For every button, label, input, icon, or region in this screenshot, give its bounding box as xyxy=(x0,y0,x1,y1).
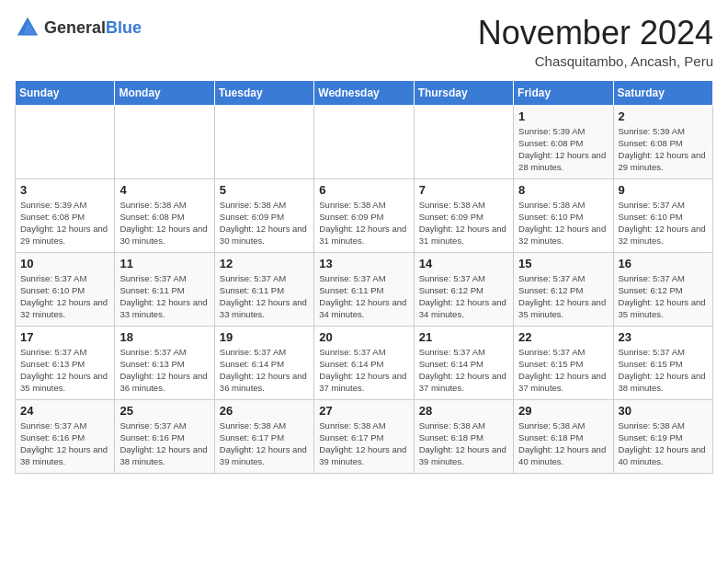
day-cell xyxy=(16,105,115,178)
header-tuesday: Tuesday xyxy=(214,80,313,105)
day-info: Sunrise: 5:37 AM Sunset: 6:10 PM Dayligh… xyxy=(20,272,109,321)
day-number: 15 xyxy=(518,257,608,270)
header-sunday: Sunday xyxy=(16,80,115,105)
day-cell: 26Sunrise: 5:38 AM Sunset: 6:17 PM Dayli… xyxy=(214,399,313,473)
day-cell: 25Sunrise: 5:37 AM Sunset: 6:16 PM Dayli… xyxy=(115,399,214,473)
header-friday: Friday xyxy=(514,80,613,105)
day-number: 10 xyxy=(20,257,109,270)
day-cell xyxy=(115,105,214,178)
week-row-5: 24Sunrise: 5:37 AM Sunset: 6:16 PM Dayli… xyxy=(16,399,713,473)
day-info: Sunrise: 5:37 AM Sunset: 6:15 PM Dayligh… xyxy=(619,346,708,395)
day-cell: 4Sunrise: 5:38 AM Sunset: 6:08 PM Daylig… xyxy=(115,178,214,252)
month-title: November 2024 xyxy=(478,15,713,52)
day-number: 1 xyxy=(518,109,608,123)
week-row-2: 3Sunrise: 5:39 AM Sunset: 6:08 PM Daylig… xyxy=(16,178,713,252)
day-info: Sunrise: 5:37 AM Sunset: 6:12 PM Dayligh… xyxy=(419,272,508,321)
logo: GeneralBlue xyxy=(15,15,142,40)
day-cell: 12Sunrise: 5:37 AM Sunset: 6:11 PM Dayli… xyxy=(214,252,313,326)
day-cell: 5Sunrise: 5:38 AM Sunset: 6:09 PM Daylig… xyxy=(214,178,313,252)
day-number: 22 xyxy=(518,330,608,344)
day-info: Sunrise: 5:38 AM Sunset: 6:08 PM Dayligh… xyxy=(119,199,209,247)
day-cell xyxy=(214,105,313,178)
day-cell: 29Sunrise: 5:38 AM Sunset: 6:18 PM Dayli… xyxy=(514,399,613,473)
day-info: Sunrise: 5:37 AM Sunset: 6:16 PM Dayligh… xyxy=(20,419,109,468)
day-info: Sunrise: 5:38 AM Sunset: 6:19 PM Dayligh… xyxy=(619,419,708,468)
header-saturday: Saturday xyxy=(613,80,712,105)
day-info: Sunrise: 5:39 AM Sunset: 6:08 PM Dayligh… xyxy=(518,125,608,174)
day-cell: 17Sunrise: 5:37 AM Sunset: 6:13 PM Dayli… xyxy=(16,326,115,399)
week-row-4: 17Sunrise: 5:37 AM Sunset: 6:13 PM Dayli… xyxy=(16,326,713,399)
day-number: 9 xyxy=(619,183,708,197)
logo-text-blue: Blue xyxy=(106,18,142,37)
day-number: 21 xyxy=(419,330,508,344)
day-number: 29 xyxy=(518,404,608,418)
day-info: Sunrise: 5:37 AM Sunset: 6:11 PM Dayligh… xyxy=(119,272,209,321)
day-cell: 10Sunrise: 5:37 AM Sunset: 6:10 PM Dayli… xyxy=(16,252,115,326)
day-cell: 9Sunrise: 5:37 AM Sunset: 6:10 PM Daylig… xyxy=(613,178,712,252)
day-number: 28 xyxy=(419,404,508,418)
day-cell: 19Sunrise: 5:37 AM Sunset: 6:14 PM Dayli… xyxy=(214,326,313,399)
day-number: 3 xyxy=(20,183,109,197)
week-row-1: 1Sunrise: 5:39 AM Sunset: 6:08 PM Daylig… xyxy=(16,105,713,178)
day-number: 16 xyxy=(619,257,708,270)
day-info: Sunrise: 5:38 AM Sunset: 6:09 PM Dayligh… xyxy=(419,199,508,247)
day-number: 2 xyxy=(619,109,708,123)
day-number: 8 xyxy=(518,183,608,197)
day-info: Sunrise: 5:38 AM Sunset: 6:17 PM Dayligh… xyxy=(319,419,408,468)
day-cell: 6Sunrise: 5:38 AM Sunset: 6:09 PM Daylig… xyxy=(314,178,414,252)
day-cell xyxy=(414,105,513,178)
day-number: 25 xyxy=(119,404,209,418)
page-header: GeneralBlue November 2024 Chasquitambo, … xyxy=(15,15,713,69)
day-cell: 20Sunrise: 5:37 AM Sunset: 6:14 PM Dayli… xyxy=(314,326,414,399)
day-number: 14 xyxy=(419,257,508,270)
day-number: 13 xyxy=(319,257,408,270)
day-info: Sunrise: 5:37 AM Sunset: 6:12 PM Dayligh… xyxy=(518,272,608,321)
day-cell: 13Sunrise: 5:37 AM Sunset: 6:11 PM Dayli… xyxy=(314,252,414,326)
day-cell: 11Sunrise: 5:37 AM Sunset: 6:11 PM Dayli… xyxy=(115,252,214,326)
week-row-3: 10Sunrise: 5:37 AM Sunset: 6:10 PM Dayli… xyxy=(16,252,713,326)
day-number: 20 xyxy=(319,330,408,344)
day-cell: 27Sunrise: 5:38 AM Sunset: 6:17 PM Dayli… xyxy=(314,399,414,473)
day-info: Sunrise: 5:37 AM Sunset: 6:14 PM Dayligh… xyxy=(319,346,408,395)
day-number: 23 xyxy=(619,330,708,344)
day-number: 5 xyxy=(220,183,309,197)
day-cell xyxy=(314,105,414,178)
day-info: Sunrise: 5:37 AM Sunset: 6:16 PM Dayligh… xyxy=(119,419,209,468)
day-number: 30 xyxy=(619,404,708,418)
day-cell: 24Sunrise: 5:37 AM Sunset: 6:16 PM Dayli… xyxy=(16,399,115,473)
day-number: 27 xyxy=(319,404,408,418)
day-info: Sunrise: 5:38 AM Sunset: 6:09 PM Dayligh… xyxy=(220,199,309,247)
day-cell: 2Sunrise: 5:39 AM Sunset: 6:08 PM Daylig… xyxy=(613,105,712,178)
day-number: 18 xyxy=(119,330,209,344)
location-subtitle: Chasquitambo, Ancash, Peru xyxy=(478,53,713,69)
day-info: Sunrise: 5:37 AM Sunset: 6:13 PM Dayligh… xyxy=(20,346,109,395)
day-info: Sunrise: 5:37 AM Sunset: 6:13 PM Dayligh… xyxy=(119,346,209,395)
day-info: Sunrise: 5:38 AM Sunset: 6:10 PM Dayligh… xyxy=(518,199,608,247)
day-number: 7 xyxy=(419,183,508,197)
day-info: Sunrise: 5:37 AM Sunset: 6:11 PM Dayligh… xyxy=(319,272,408,321)
logo-icon xyxy=(15,15,40,40)
day-number: 6 xyxy=(319,183,408,197)
day-info: Sunrise: 5:38 AM Sunset: 6:09 PM Dayligh… xyxy=(319,199,408,247)
title-block: November 2024 Chasquitambo, Ancash, Peru xyxy=(478,15,713,69)
day-cell: 3Sunrise: 5:39 AM Sunset: 6:08 PM Daylig… xyxy=(16,178,115,252)
day-number: 24 xyxy=(20,404,109,418)
day-info: Sunrise: 5:37 AM Sunset: 6:12 PM Dayligh… xyxy=(619,272,708,321)
day-info: Sunrise: 5:37 AM Sunset: 6:14 PM Dayligh… xyxy=(419,346,508,395)
day-cell: 22Sunrise: 5:37 AM Sunset: 6:15 PM Dayli… xyxy=(514,326,613,399)
day-info: Sunrise: 5:37 AM Sunset: 6:10 PM Dayligh… xyxy=(619,199,708,247)
day-cell: 30Sunrise: 5:38 AM Sunset: 6:19 PM Dayli… xyxy=(613,399,712,473)
day-number: 11 xyxy=(119,257,209,270)
day-info: Sunrise: 5:39 AM Sunset: 6:08 PM Dayligh… xyxy=(619,125,708,174)
day-info: Sunrise: 5:38 AM Sunset: 6:17 PM Dayligh… xyxy=(220,419,309,468)
day-info: Sunrise: 5:37 AM Sunset: 6:14 PM Dayligh… xyxy=(220,346,309,395)
day-cell: 18Sunrise: 5:37 AM Sunset: 6:13 PM Dayli… xyxy=(115,326,214,399)
day-cell: 23Sunrise: 5:37 AM Sunset: 6:15 PM Dayli… xyxy=(613,326,712,399)
header-monday: Monday xyxy=(115,80,214,105)
day-number: 17 xyxy=(20,330,109,344)
day-cell: 7Sunrise: 5:38 AM Sunset: 6:09 PM Daylig… xyxy=(414,178,513,252)
calendar-table: SundayMondayTuesdayWednesdayThursdayFrid… xyxy=(15,80,713,474)
day-cell: 14Sunrise: 5:37 AM Sunset: 6:12 PM Dayli… xyxy=(414,252,513,326)
day-info: Sunrise: 5:38 AM Sunset: 6:18 PM Dayligh… xyxy=(518,419,608,468)
header-row: SundayMondayTuesdayWednesdayThursdayFrid… xyxy=(16,80,713,105)
